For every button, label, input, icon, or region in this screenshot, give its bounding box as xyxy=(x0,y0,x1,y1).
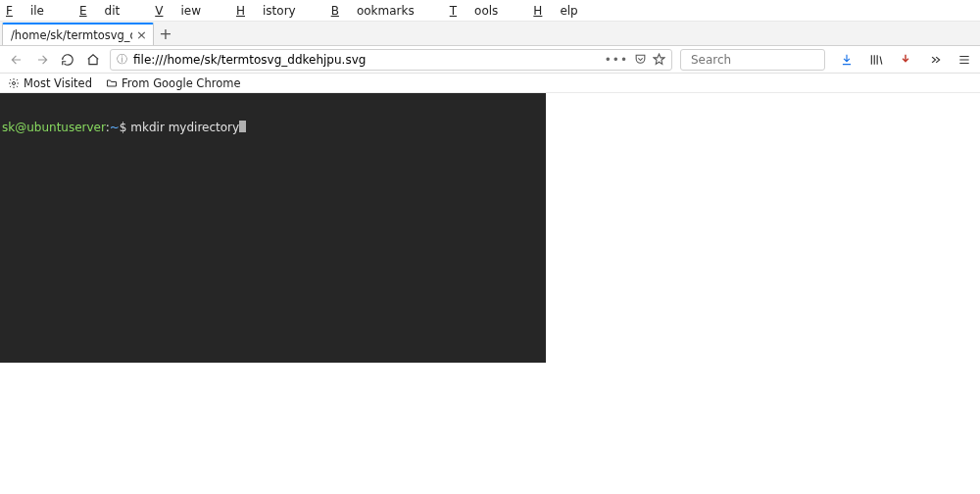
svg-point-1 xyxy=(13,81,16,84)
home-button[interactable] xyxy=(84,51,102,69)
terminal-svg: sk@ubuntuserver:~$ mkdir mydirectory xyxy=(0,93,546,363)
url-trailing-icons: ••• xyxy=(605,53,665,67)
bookmark-label: Most Visited xyxy=(24,76,92,90)
toolbar-right-icons xyxy=(839,52,972,68)
menu-bar: File Edit View History Bookmarks Tools H… xyxy=(0,0,980,22)
tab-close-button[interactable]: × xyxy=(136,28,147,41)
tab-title: /home/sk/termtosvg_ddkehjp xyxy=(11,28,132,42)
pocket-icon[interactable] xyxy=(634,53,647,66)
reload-button[interactable] xyxy=(59,51,76,69)
site-info-icon[interactable]: ⓘ xyxy=(117,52,127,67)
menu-edit[interactable]: Edit xyxy=(79,4,137,18)
page-actions-icon[interactable]: ••• xyxy=(605,53,628,67)
bookmarks-toolbar: Most Visited From Google Chrome xyxy=(0,74,980,93)
terminal-line: sk@ubuntuserver:~$ mkdir mydirectory xyxy=(0,121,546,134)
menu-tools[interactable]: Tools xyxy=(450,4,516,18)
back-button[interactable] xyxy=(8,51,25,69)
menu-view[interactable]: View xyxy=(155,4,219,18)
navigation-toolbar: ⓘ ••• xyxy=(0,46,980,74)
gear-icon xyxy=(8,77,20,89)
new-tab-button[interactable]: + xyxy=(154,23,177,45)
library-icon[interactable] xyxy=(868,52,884,68)
forward-button[interactable] xyxy=(33,51,51,69)
bookmark-label: From Google Chrome xyxy=(122,76,240,90)
url-input[interactable] xyxy=(133,53,605,67)
bookmark-star-icon[interactable] xyxy=(653,53,665,66)
arrow-right-icon xyxy=(35,53,49,67)
terminal-cursor xyxy=(239,121,246,132)
menu-file[interactable]: File xyxy=(6,4,62,18)
bookmark-most-visited[interactable]: Most Visited xyxy=(8,76,92,90)
folder-icon xyxy=(106,77,118,89)
hamburger-menu-icon[interactable] xyxy=(956,52,972,68)
menu-history[interactable]: History xyxy=(236,4,314,18)
menu-help[interactable]: Help xyxy=(533,4,595,18)
tab-strip: /home/sk/termtosvg_ddkehjp × + xyxy=(0,22,980,46)
terminal-command: mkdir mydirectory xyxy=(130,121,239,134)
browser-tab[interactable]: /home/sk/termtosvg_ddkehjp × xyxy=(2,23,154,45)
page-content: sk@ubuntuserver:~$ mkdir mydirectory xyxy=(0,93,980,494)
extension-arrow-icon[interactable] xyxy=(898,52,913,68)
reload-icon xyxy=(61,53,74,67)
overflow-icon[interactable] xyxy=(927,52,943,68)
search-input[interactable] xyxy=(691,53,838,67)
url-bar[interactable]: ⓘ ••• xyxy=(110,49,672,71)
menu-bookmarks[interactable]: Bookmarks xyxy=(331,4,432,18)
search-bar[interactable] xyxy=(680,49,825,71)
bookmark-from-chrome[interactable]: From Google Chrome xyxy=(106,76,240,90)
downloads-icon[interactable] xyxy=(839,52,855,68)
arrow-left-icon xyxy=(10,53,24,67)
home-icon xyxy=(86,53,100,67)
